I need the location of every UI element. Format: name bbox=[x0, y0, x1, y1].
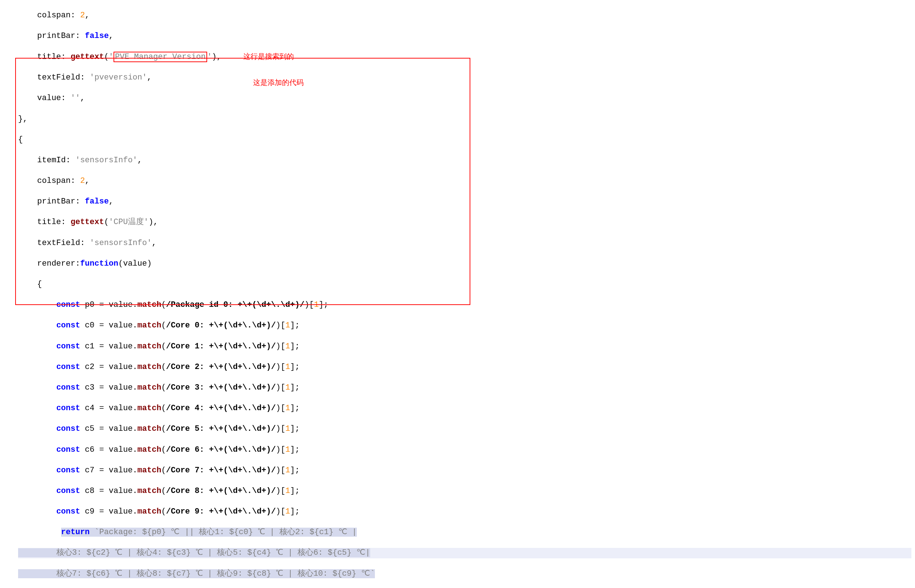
code-line: printBar: false, bbox=[18, 31, 912, 42]
annotation-label: 这行是搜索到的 bbox=[243, 52, 294, 61]
code-line: const c0 = value.match(/Core 0: +\+(\d+\… bbox=[18, 321, 912, 331]
code-line: return `Package: ${p0} ℃ || 核心1: ${c0} ℃… bbox=[18, 527, 912, 538]
code-line: 核心7: ${c6} ℃ | 核心8: ${c7} ℃ | 核心9: ${c8}… bbox=[18, 569, 912, 579]
annotation-label: 这是添加的代码 bbox=[253, 78, 304, 87]
code-line: { bbox=[18, 279, 912, 290]
code-line: value: '', bbox=[18, 93, 912, 104]
code-line: const c3 = value.match(/Core 3: +\+(\d+\… bbox=[18, 383, 912, 393]
code-line: const c5 = value.match(/Core 5: +\+(\d+\… bbox=[18, 424, 912, 435]
code-line: printBar: false, bbox=[18, 197, 912, 207]
code-line-highlighted: 核心3: ${c2} ℃ | 核心4: ${c3} ℃ | 核心5: ${c4}… bbox=[18, 548, 912, 558]
code-line: const c4 = value.match(/Core 4: +\+(\d+\… bbox=[18, 403, 912, 414]
code-line: const c7 = value.match(/Core 7: +\+(\d+\… bbox=[18, 465, 912, 476]
code-line: const p0 = value.match(/Package id 0: +\… bbox=[18, 300, 912, 310]
code-line: const c9 = value.match(/Core 9: +\+(\d+\… bbox=[18, 507, 912, 517]
code-line: renderer:function(value) bbox=[18, 259, 912, 269]
code-line: const c8 = value.match(/Core 8: +\+(\d+\… bbox=[18, 486, 912, 497]
highlight-search-result: PVE Manager Version bbox=[113, 52, 207, 62]
code-line: const c6 = value.match(/Core 6: +\+(\d+\… bbox=[18, 445, 912, 456]
code-line: const c1 = value.match(/Core 1: +\+(\d+\… bbox=[18, 341, 912, 352]
code-line: itemId: 'sensorsInfo', bbox=[18, 155, 912, 166]
code-editor-view: colspan: 2, printBar: false, title: gett… bbox=[0, 0, 915, 588]
code-line: textField: 'sensorsInfo', bbox=[18, 238, 912, 249]
code-line: title: gettext('PVE Manager Version'),这行… bbox=[18, 52, 912, 63]
code-line: const c2 = value.match(/Core 2: +\+(\d+\… bbox=[18, 362, 912, 373]
code-line: colspan: 2, bbox=[18, 176, 912, 186]
code-line: { bbox=[18, 135, 912, 145]
code-line: textField: 'pveversion', bbox=[18, 73, 912, 83]
code-line: title: gettext('CPU温度'), bbox=[18, 217, 912, 228]
code-line: }, bbox=[18, 114, 912, 125]
code-line: colspan: 2, bbox=[18, 10, 912, 21]
